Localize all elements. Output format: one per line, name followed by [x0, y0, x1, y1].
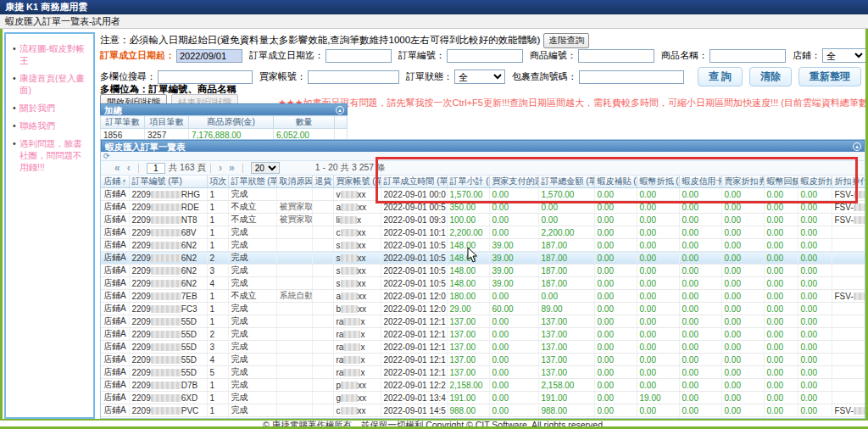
date-to-input[interactable]: [326, 49, 392, 63]
clear-button[interactable]: 清除: [749, 67, 792, 86]
column-header-14[interactable]: 蝦皮信用卡活: [679, 176, 721, 188]
last-page-icon[interactable]: »: [225, 162, 238, 174]
collapse-icon[interactable]: ▲: [853, 142, 861, 151]
column-header-18[interactable]: 折扣券代碼 (單: [832, 176, 865, 188]
status-select[interactable]: 全: [454, 70, 505, 84]
masked-text-block: [340, 216, 357, 224]
cell-credit-card: 0.00: [679, 201, 721, 214]
shop-select[interactable]: 全: [822, 48, 866, 63]
cell-subtotal: 988.00: [447, 404, 489, 417]
order-row-18[interactable]: 店鋪A2209PVC1完成cxx2022-09-01 14:5988.000.0…: [101, 404, 865, 417]
cell-return-refund: [312, 265, 333, 277]
sidebar-item-5[interactable]: 遇到問題，臉書社團，問問題不用錢!!!: [13, 137, 90, 173]
masked-text-block: [854, 191, 865, 198]
cell-buyer: sxx: [333, 277, 381, 290]
column-header-9[interactable]: 訂單小計 (單): [447, 176, 489, 188]
column-header-15[interactable]: 賣家折扣券折: [721, 176, 764, 188]
summary-title: 加總: [104, 105, 122, 115]
cell-total-amount: 89.00: [538, 303, 594, 315]
column-header-16[interactable]: 蝦幣回饋券: [764, 176, 798, 188]
sidebar-item-2[interactable]: 康捷首頁(登入畫面): [13, 72, 90, 96]
page-number-input[interactable]: [147, 163, 165, 174]
order-row-15[interactable]: 店鋪A220955D5完成rax2022-09-01 12:1137.000.0…: [101, 366, 865, 379]
cell-shipping-fee: 0.00: [489, 392, 538, 404]
order-row-3[interactable]: 店鋪A2209NT81不成立被買家取消，原因：lix2022-09-01 09:…: [101, 214, 865, 226]
cell-order-no: 220968V: [129, 226, 207, 239]
column-header-12[interactable]: 蝦皮補貼 (單): [594, 176, 637, 188]
order-row-5[interactable]: 店鋪A22096N21完成sxx2022-09-01 10:5148.0039.…: [101, 239, 865, 252]
column-header-4[interactable]: 訂單狀態 (單): [228, 176, 276, 188]
buyer-input[interactable]: [308, 70, 399, 84]
cell-create-time: 2022-09-01 09:3: [381, 214, 447, 226]
buyer-label: 買家帳號：: [259, 70, 306, 83]
order-row-1[interactable]: 店鋪A2209RHG1完成vxx2022-09-01 00:01,570.000…: [101, 188, 865, 201]
cell-shop: 店鋪A: [101, 379, 129, 392]
sort-icon: ▲▽: [122, 178, 126, 185]
cell-shopee-subsidy: 0.00: [594, 366, 637, 379]
order-row-12[interactable]: 店鋪A220955D2完成rax2022-09-01 12:1137.000.0…: [101, 328, 865, 341]
column-header-6[interactable]: 退貨 / 退: [312, 176, 333, 188]
order-row-4[interactable]: 店鋪A220968V1完成cxx2022-09-01 10:12,200.000…: [101, 226, 865, 239]
product-no-input[interactable]: [578, 49, 654, 63]
cell-create-time: 2022-09-01 00:0: [381, 188, 447, 201]
sidebar: 流程圖-蝦皮對帳王康捷首頁(登入畫面)關於我們聯絡我們遇到問題，臉書社團，問問題…: [4, 32, 95, 419]
package-input[interactable]: [579, 70, 684, 84]
advanced-search-button[interactable]: 進階查詢: [543, 33, 589, 48]
order-row-10[interactable]: 店鋪A2209FC31完成bxx2022-09-01 12:029.0060.0…: [101, 303, 865, 315]
cell-coupon-code: [832, 366, 865, 379]
order-row-11[interactable]: 店鋪A220955D1完成rax2022-09-01 12:1137.000.0…: [101, 315, 865, 328]
multi-search-input[interactable]: [158, 70, 253, 84]
sidebar-item-4[interactable]: 聯絡我們: [13, 120, 90, 131]
order-row-7[interactable]: 店鋪A22096N23完成sxx2022-09-01 10:5148.0039.…: [101, 265, 865, 277]
order-row-6[interactable]: 店鋪A22096N22完成sxx2022-09-01 10:5148.0039.…: [101, 252, 865, 265]
order-no-input[interactable]: [447, 49, 523, 63]
column-header-3[interactable]: 項次: [207, 176, 228, 188]
sidebar-item-3[interactable]: 關於我們: [13, 102, 90, 114]
cell-status: 完成: [228, 315, 276, 328]
page-size-select[interactable]: 20: [251, 162, 280, 174]
collapse-icon[interactable]: ▲: [336, 106, 344, 114]
cell-seq: 2: [207, 252, 228, 265]
cell-subtotal: 29.00: [447, 303, 489, 315]
product-name-input[interactable]: [709, 49, 786, 63]
column-header-5[interactable]: 取消原因: [276, 176, 312, 188]
search-button[interactable]: 查 詢: [698, 67, 743, 86]
cell-shopee-coupon: 0.00: [798, 265, 832, 277]
order-row-17[interactable]: 店鋪A22096XD1完成gxx2022-09-01 13:4191.000.0…: [101, 392, 865, 404]
shop-label: 店鋪：: [793, 49, 821, 62]
order-row-13[interactable]: 店鋪A220955D3完成rax2022-09-01 12:1137.000.0…: [101, 341, 865, 354]
cell-order-no: 22096N2: [129, 277, 207, 290]
cell-subtotal: 137.00: [447, 366, 489, 379]
cell-order-no: 220955D: [129, 366, 207, 379]
cell-shopee-coupon: 0.00: [798, 252, 832, 265]
masked-text-block: [151, 343, 181, 351]
column-header-11[interactable]: 訂單總金額 (單): [538, 176, 594, 188]
cell-coin-offset: 0.00: [637, 303, 679, 315]
next-page-icon[interactable]: ›: [215, 162, 225, 174]
column-header-2[interactable]: 訂單編號 (單): [129, 176, 207, 188]
order-row-2[interactable]: 店鋪A2209RDE1不成立被買家取消，原因：axx2022-09-01 00:…: [101, 201, 865, 214]
first-page-icon[interactable]: «: [111, 162, 124, 174]
cell-shipping-fee: 0.00: [489, 354, 538, 366]
cell-return-refund: [312, 404, 333, 417]
sidebar-item-1[interactable]: 流程圖-蝦皮對帳王: [13, 42, 90, 66]
reload-icon[interactable]: ⟳: [103, 152, 110, 160]
column-header-7[interactable]: 買家帳號 (單): [333, 176, 381, 188]
column-header-10[interactable]: 買家支付的運費 (: [489, 176, 538, 188]
order-row-8[interactable]: 店鋪A22096N24完成sxx2022-09-01 10:5148.0039.…: [101, 277, 865, 290]
column-header-17[interactable]: 蝦皮折扣券折: [798, 176, 832, 188]
column-header-13[interactable]: 蝦幣折抵 (單): [637, 176, 679, 188]
masked-text-block: [341, 267, 358, 275]
refresh-button[interactable]: 重新整理: [798, 67, 861, 86]
cell-credit-card: 0.00: [679, 290, 721, 303]
order-row-9[interactable]: 店鋪A22097EB1不成立系統自動判定訂單不axx2022-09-01 12:…: [101, 290, 865, 303]
cell-shop: 店鋪A: [101, 354, 129, 366]
order-row-16[interactable]: 店鋪A2209D7B1完成pxx2022-09-01 12:22,158.000…: [101, 379, 865, 392]
prev-page-icon[interactable]: ‹: [124, 162, 134, 174]
column-header-8[interactable]: 訂單成立時間 (單): [381, 176, 447, 188]
order-row-14[interactable]: 店鋪A220955D4完成rax2022-09-01 12:1137.000.0…: [101, 354, 865, 366]
app-window: 康捷 K1 商務應用雲 蝦皮匯入訂單一覽表-試用者 流程圖-蝦皮對帳王康捷首頁(…: [0, 0, 868, 429]
date-from-input[interactable]: [176, 49, 242, 63]
pager-divider: [138, 164, 139, 173]
column-header-1[interactable]: 店鋪▲▽: [101, 176, 129, 188]
